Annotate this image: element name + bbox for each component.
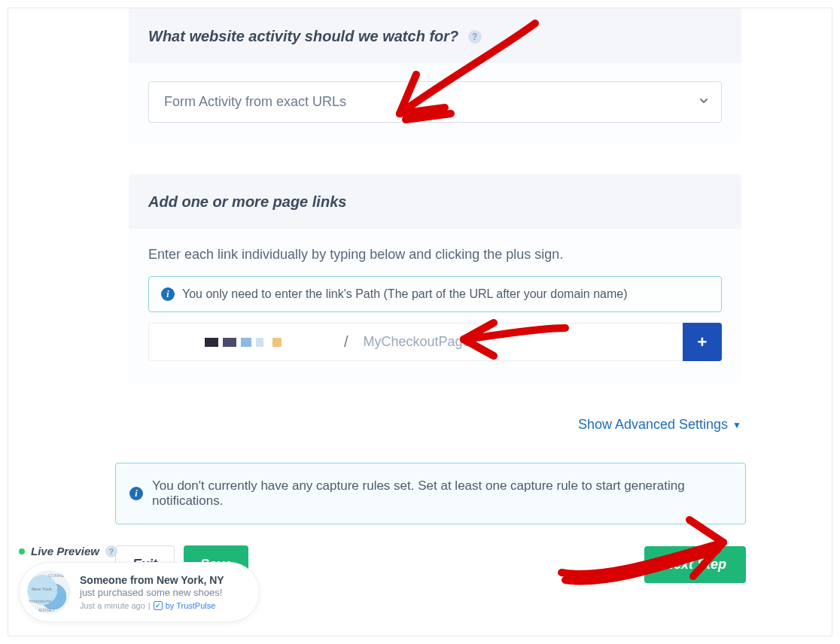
advanced-link-text: Show Advanced Settings xyxy=(578,417,728,433)
notification-toast: CONNEC New York Philadelphia JERSEY Some… xyxy=(19,562,260,622)
path-info-text: You only need to enter the link's Path (… xyxy=(182,287,628,301)
path-info-box: i You only need to enter the link's Path… xyxy=(148,276,722,312)
live-preview-widget: Live Preview ? CONNEC New York Philadelp… xyxy=(19,545,260,622)
show-advanced-settings-link[interactable]: Show Advanced Settings ▼ xyxy=(578,417,741,433)
info-icon: i xyxy=(161,287,175,301)
toast-subtitle: just purchased some new shoes! xyxy=(80,587,224,598)
no-rules-text: You don't currently have any capture rul… xyxy=(152,478,732,509)
caret-down-icon: ▼ xyxy=(732,420,741,430)
help-icon[interactable]: ? xyxy=(105,545,117,557)
next-step-button[interactable]: Next Step xyxy=(644,546,746,583)
live-preview-label: Live Preview xyxy=(31,545,99,557)
activity-heading: What website activity should we watch fo… xyxy=(148,28,458,45)
map-thumbnail: CONNEC New York Philadelphia JERSEY xyxy=(27,570,71,614)
activity-select-value: Form Activity from exact URLs xyxy=(164,94,346,109)
path-input[interactable] xyxy=(356,323,683,361)
no-rules-info-box: i You don't currently have any capture r… xyxy=(115,463,746,524)
toast-meta: Just a minute ago | ✓ by TrustPulse xyxy=(80,601,224,610)
help-icon[interactable]: ? xyxy=(468,30,482,44)
url-input-row: / + xyxy=(148,323,722,361)
toast-brand: by TrustPulse xyxy=(166,601,216,610)
info-icon: i xyxy=(129,487,143,500)
plus-icon: + xyxy=(698,333,708,352)
toast-title: Someone from New York, NY xyxy=(80,574,224,586)
links-panel-header: Add one or more page links xyxy=(129,174,741,229)
activity-panel-header: What website activity should we watch fo… xyxy=(129,8,741,63)
add-link-button[interactable]: + xyxy=(683,323,722,361)
live-dot-icon xyxy=(19,548,25,554)
links-heading: Add one or more page links xyxy=(148,193,346,211)
url-slash: / xyxy=(336,323,356,361)
domain-redacted xyxy=(148,323,336,361)
activity-select[interactable]: Form Activity from exact URLs xyxy=(148,81,722,123)
check-icon: ✓ xyxy=(154,601,163,610)
links-instruction: Enter each link individually by typing b… xyxy=(148,247,722,263)
